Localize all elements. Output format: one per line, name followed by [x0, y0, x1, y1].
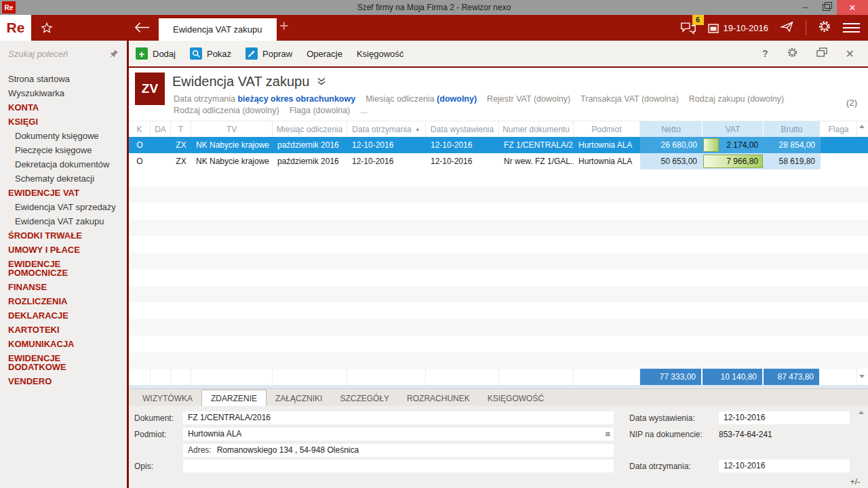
- toolbar-button-operacje[interactable]: Operacje: [307, 49, 342, 59]
- restore-button[interactable]: [816, 0, 837, 15]
- data-wystawienia-field[interactable]: 12-10-2016: [719, 411, 850, 424]
- column-header-podmiot[interactable]: Podmiot: [574, 121, 640, 137]
- opis-field[interactable]: [183, 460, 614, 472]
- new-tab-button[interactable]: +: [279, 17, 288, 35]
- restore-icon: [823, 4, 830, 11]
- detail-tabs: WIZYTÓWKAZDARZENIEZAŁĄCZNIKISZCZEGÓŁYROZ…: [129, 388, 868, 406]
- sidebar-item[interactable]: Schematy dekretacji: [0, 171, 127, 186]
- open-tab-ewidencja-vat-zakupu[interactable]: Ewidencja VAT zakupu: [159, 18, 277, 41]
- column-header-brutto[interactable]: Brutto: [764, 121, 821, 137]
- sidebar-item[interactable]: Wyszukiwarka: [0, 86, 127, 100]
- empty-row: [129, 302, 868, 319]
- command-search-input[interactable]: Szukaj poleceń: [0, 41, 127, 66]
- sidebar-item[interactable]: ŚRODKI TRWAŁE: [0, 228, 127, 243]
- detail-tab-zdarzenie[interactable]: ZDARZENIE: [201, 390, 267, 406]
- detail-tab-załączniki[interactable]: ZAŁĄCZNIKI: [267, 390, 331, 406]
- filter-miesiąc-odliczenia[interactable]: Miesiąc odliczenia (dowolny): [366, 94, 477, 104]
- column-header-numer_dokumentu[interactable]: Numer dokumentu: [499, 121, 574, 137]
- close-module-button[interactable]: ✕: [846, 47, 854, 60]
- column-header-da[interactable]: DA: [151, 121, 171, 137]
- column-header-data_otrzymania[interactable]: Data otrzymania▲: [347, 121, 426, 137]
- filter--[interactable]: ...: [360, 106, 367, 115]
- pin-icon[interactable]: [110, 49, 119, 58]
- toolbar-button-dodaj[interactable]: +Dodaj: [136, 47, 176, 60]
- detail-tab-rozrachunek[interactable]: ROZRACHUNEK: [398, 390, 479, 406]
- date-picker[interactable]: 19-10-2016: [708, 23, 769, 33]
- cell-brutto: 28 854,00: [764, 137, 821, 153]
- favorites-star-icon[interactable]: [41, 22, 53, 34]
- detail-scroll-up-icon[interactable]: [859, 411, 864, 414]
- sidebar-item[interactable]: KARTOTEKI: [0, 323, 127, 337]
- podmiot-field[interactable]: Hurtownia ALA ≡: [183, 428, 614, 441]
- sidebar-item[interactable]: EWIDENCJE DODATKOWE: [0, 351, 127, 374]
- sidebar-item[interactable]: EWIDENCJE VAT: [0, 186, 127, 200]
- column-header-data_wystawienia[interactable]: Data wystawienia: [426, 121, 499, 137]
- total-brutto: 87 473,80: [764, 369, 821, 385]
- column-header-netto[interactable]: Netto: [640, 121, 703, 137]
- cell-podmiot: Hurtownia ALA: [574, 137, 640, 153]
- back-arrow-icon[interactable]: [134, 22, 150, 36]
- filter-rodzaj-odliczenia[interactable]: Rodzaj odliczenia (dowolny): [174, 106, 279, 115]
- grid-scroll-down-icon[interactable]: [859, 375, 865, 378]
- toolbar-gear-icon[interactable]: [787, 47, 798, 60]
- detail-tab-wizytówka[interactable]: WIZYTÓWKA: [134, 390, 201, 406]
- total-empty: [191, 369, 273, 385]
- hamburger-menu-icon[interactable]: [843, 23, 860, 33]
- module-toolbar: +DodajPokażPoprawOperacjeKsięgowość ? ✕: [129, 41, 868, 68]
- podmiot-menu-icon[interactable]: ≡: [605, 428, 610, 441]
- zoom-plus-minus[interactable]: +/-: [850, 477, 860, 487]
- sidebar-item[interactable]: Ewidencja VAT sprzedaży: [0, 200, 127, 214]
- send-plane-icon[interactable]: [780, 20, 794, 35]
- filter-flaga[interactable]: Flaga (dowolna): [290, 106, 351, 115]
- sidebar-item[interactable]: KSIĘGI: [0, 115, 127, 129]
- collapse-chevron-icon[interactable]: [317, 74, 326, 89]
- dokument-field[interactable]: FZ 1/CENTRALA/2016: [183, 411, 614, 424]
- main-panel: +DodajPokażPoprawOperacjeKsięgowość ? ✕ …: [127, 41, 868, 488]
- module-badge: ZV: [135, 73, 165, 105]
- sidebar-item[interactable]: EWIDENCJE POMOCNICZE: [0, 257, 127, 280]
- toolbar-button-księgowość[interactable]: Księgowość: [357, 49, 403, 59]
- help-button[interactable]: ?: [762, 48, 768, 59]
- detail-tab-szczegóły[interactable]: SZCZEGÓŁY: [331, 390, 398, 406]
- minimize-button[interactable]: ─: [795, 0, 816, 15]
- column-header-k[interactable]: K: [129, 121, 151, 137]
- sidebar-item[interactable]: FINANSE: [0, 280, 127, 294]
- sidebar-item[interactable]: Ewidencja VAT zakupu: [0, 214, 127, 228]
- grid-scroll-up-icon[interactable]: [859, 125, 865, 128]
- totals-row: 77 333,0010 140,8087 473,80: [129, 369, 868, 385]
- magnifier-icon: [190, 47, 202, 60]
- filter-data-otrzymania[interactable]: Data otrzymania bieżący okres obrachunko…: [174, 94, 355, 104]
- settings-gear-icon[interactable]: [818, 20, 831, 36]
- sidebar-item[interactable]: Pieczęcie księgowe: [0, 143, 127, 157]
- sidebar-item[interactable]: VENDERO: [0, 374, 127, 388]
- messages-icon[interactable]: 6: [680, 22, 696, 35]
- sidebar-item[interactable]: UMOWY I PŁACE: [0, 243, 127, 257]
- column-header-tv[interactable]: TV: [191, 121, 273, 137]
- toolbar-button-pokaż[interactable]: Pokaż: [190, 47, 231, 60]
- column-header-vat[interactable]: VAT: [703, 121, 764, 137]
- sidebar-item[interactable]: ROZLICZENIA: [0, 294, 127, 308]
- detail-tab-księgowość[interactable]: KSIĘGOWOŚĆ: [479, 390, 553, 406]
- filter-rodzaj-zakupu[interactable]: Rodzaj zakupu (dowolny): [689, 94, 784, 104]
- column-header-flaga[interactable]: Flaga: [821, 121, 857, 137]
- sidebar: Szukaj poleceń Strona startowaWyszukiwar…: [0, 41, 127, 488]
- sidebar-item[interactable]: DEKLARACJE: [0, 308, 127, 323]
- cell-flaga: [821, 153, 857, 169]
- detail-panel: Dokument: FZ 1/CENTRALA/2016 Podmiot: Hu…: [129, 406, 868, 488]
- table-row[interactable]: OZXNK Nabycie krajowepaździernik 201612-…: [129, 137, 868, 153]
- filter-transakcja-vat[interactable]: Transakcja VAT (dowolna): [580, 94, 679, 104]
- sidebar-item[interactable]: Dekretacja dokumentów: [0, 157, 127, 171]
- data-otrzymania-field[interactable]: 12-10-2016: [719, 460, 850, 472]
- table-row[interactable]: OZXNK Nabycie krajowepaździernik 201612-…: [129, 153, 868, 169]
- sidebar-item[interactable]: Strona startowa: [0, 72, 127, 86]
- column-header-miesiac_odliczenia[interactable]: Miesiąc odliczenia: [273, 121, 347, 137]
- total-empty: [151, 369, 171, 385]
- sidebar-item[interactable]: Dokumenty księgowe: [0, 129, 127, 143]
- close-window-button[interactable]: ✕: [837, 0, 868, 15]
- cascade-windows-icon[interactable]: [816, 47, 827, 60]
- sidebar-item[interactable]: KONTA: [0, 100, 127, 115]
- toolbar-button-popraw[interactable]: Popraw: [245, 47, 292, 60]
- sidebar-item[interactable]: KOMUNIKACJA: [0, 337, 127, 351]
- column-header-t[interactable]: T: [171, 121, 191, 137]
- filter-rejestr-vat[interactable]: Rejestr VAT (dowolny): [487, 94, 570, 104]
